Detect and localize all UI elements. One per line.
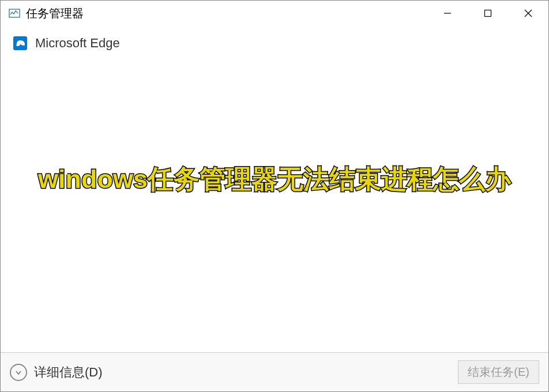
minimize-button[interactable] [427, 1, 468, 26]
titlebar: 任务管理器 [1, 1, 548, 26]
footer: 详细信息(D) 结束任务(E) [1, 352, 548, 391]
overlay-caption: windows任务管理器无法结束进程怎么办 [1, 162, 548, 197]
task-manager-icon [9, 7, 20, 19]
process-name: Microsoft Edge [35, 36, 120, 51]
task-manager-window: 任务管理器 Microsoft Edge windows任务管理器无法结束进 [0, 0, 549, 392]
more-details-button[interactable]: 详细信息(D) [10, 364, 103, 381]
window-controls [427, 1, 548, 26]
maximize-button[interactable] [468, 1, 508, 26]
end-task-button[interactable]: 结束任务(E) [458, 360, 539, 384]
more-details-label: 详细信息(D) [34, 364, 103, 381]
edge-icon [12, 35, 28, 51]
process-item[interactable]: Microsoft Edge [10, 32, 539, 55]
chevron-down-icon [10, 364, 27, 381]
window-title: 任务管理器 [26, 6, 427, 21]
close-button[interactable] [508, 1, 548, 26]
svg-rect-2 [485, 10, 491, 17]
